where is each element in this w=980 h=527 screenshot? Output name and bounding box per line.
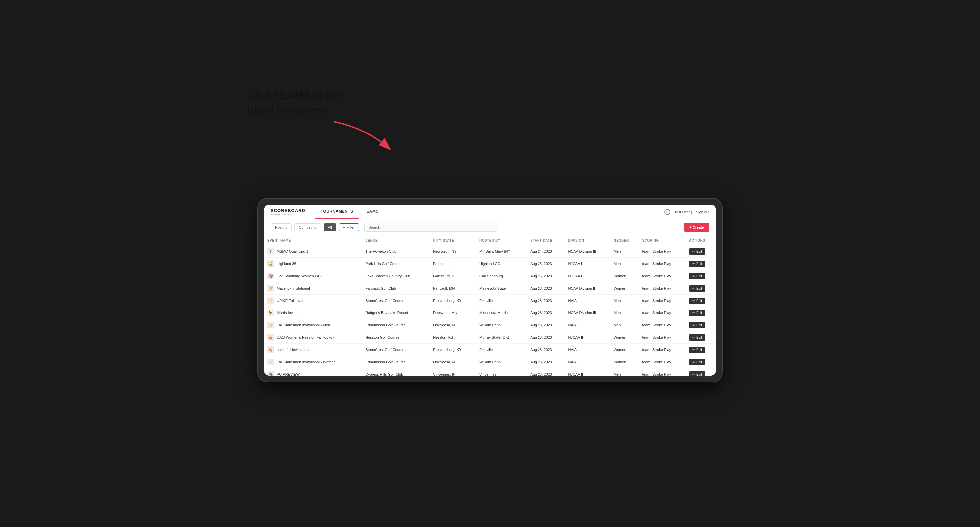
cell-gender: Men — [610, 307, 639, 319]
cell-scoring: team, Stroke Play — [639, 307, 685, 319]
tablet-frame: SCOREBOARD Powered by clippit TOURNAMENT… — [258, 198, 722, 382]
edit-label: Edit — [696, 274, 702, 278]
nav-link-teams[interactable]: TEAMS — [359, 205, 384, 219]
instruction-text: Click TEAMS at thetop of the screen. — [248, 89, 340, 116]
edit-button[interactable]: ✏ Edit — [689, 371, 705, 376]
cell-city-state: Prestonsburg, KY — [430, 295, 476, 307]
edit-label: Edit — [696, 336, 702, 340]
col-division: DIVISION — [565, 236, 610, 245]
table-row: 🏆 Maverick Invitational Faribault Golf C… — [264, 282, 716, 295]
edit-button[interactable]: ✏ Edit — [689, 322, 705, 329]
event-name-text: Fall Statesmen Invitational - Women — [277, 360, 335, 364]
cell-gender: Men — [610, 295, 639, 307]
cell-division: NCAA Division III — [565, 307, 610, 319]
edit-icon: ✏ — [692, 262, 695, 266]
event-icon: 🌿 — [267, 371, 274, 376]
edit-button[interactable]: ✏ Edit — [689, 359, 705, 365]
table-row: 🎪 2023 Women's Hesston Fall Kickoff Hess… — [264, 332, 716, 344]
logo-area: SCOREBOARD Powered by clippit — [271, 208, 305, 216]
event-icon: ⛳ — [267, 260, 274, 267]
cell-division: NCAA Division II — [565, 282, 610, 295]
all-button[interactable]: All — [324, 224, 336, 232]
cell-gender: Men — [610, 319, 639, 332]
search-input[interactable] — [364, 223, 497, 232]
logo-sub: Powered by clippit — [271, 213, 305, 216]
cell-city-state: Freeport, IL — [430, 258, 476, 270]
col-event-name: EVENT NAME — [264, 236, 362, 245]
filter-button[interactable]: ≡ Filter — [339, 224, 359, 232]
col-city-state: CITY, STATE — [430, 236, 476, 245]
cell-scoring: team, Stroke Play — [639, 319, 685, 332]
cell-actions: ✏ Edit — [686, 368, 716, 376]
col-venue: VENUE — [362, 236, 430, 245]
cell-city-state: Newburgh, NY — [430, 245, 476, 258]
col-actions: ACTIONS — [686, 236, 716, 245]
cell-gender: Men — [610, 368, 639, 376]
edit-button[interactable]: ✏ Edit — [689, 285, 705, 292]
event-icon: 🎯 — [267, 273, 274, 279]
edit-button[interactable]: ✏ Edit — [689, 248, 705, 255]
cell-actions: ✏ Edit — [686, 258, 716, 270]
table-row: 🏌 MSMC Qualifying 1 The Powelton Club Ne… — [264, 245, 716, 258]
cell-gender: Women — [610, 344, 639, 356]
cell-venue: Edmundson Golf Course — [362, 319, 430, 332]
edit-button[interactable]: ✏ Edit — [689, 347, 705, 353]
cell-actions: ✏ Edit — [686, 356, 716, 368]
cell-division: NAIA — [565, 319, 610, 332]
cell-scoring: team, Stroke Play — [639, 282, 685, 295]
cell-start-date: Aug 28, 2023 — [527, 356, 565, 368]
event-icon: 🎖 — [267, 359, 274, 365]
event-icon: 🏌 — [267, 248, 274, 255]
hosting-button[interactable]: Hosting — [271, 224, 292, 232]
cell-venue: Faribault Golf Club — [362, 282, 430, 295]
edit-icon: ✏ — [692, 250, 695, 253]
event-icon: 🦅 — [267, 310, 274, 316]
event-name-text: upike fall invitational — [277, 348, 309, 352]
edit-icon: ✏ — [692, 287, 695, 290]
cell-event-name: 🔥 upike fall invitational — [264, 344, 362, 356]
event-icon: 🏆 — [267, 285, 274, 292]
col-hosted-by: HOSTED BY — [476, 236, 527, 245]
user-label: Test User | — [675, 210, 692, 214]
edit-icon: ✏ — [692, 360, 695, 364]
table-container: EVENT NAME VENUE CITY, STATE HOSTED BY S… — [264, 236, 716, 376]
edit-button[interactable]: ✏ Edit — [689, 273, 705, 279]
edit-button[interactable]: ✏ Edit — [689, 298, 705, 304]
cell-city-state: Oskaloosa, IA — [430, 356, 476, 368]
edit-button[interactable]: ✏ Edit — [689, 261, 705, 267]
cell-start-date: Aug 24, 2023 — [527, 245, 565, 258]
cell-scoring: team, Stroke Play — [639, 332, 685, 344]
edit-icon: ✏ — [692, 373, 695, 376]
event-name-text: UPIKE Fall Invite — [277, 298, 304, 303]
cell-venue: Hesston Golf Course — [362, 332, 430, 344]
cell-start-date: Aug 28, 2023 — [527, 344, 565, 356]
edit-icon: ✏ — [692, 299, 695, 303]
cell-event-name: ⛳ Highland 36 — [264, 258, 362, 270]
sign-out-link[interactable]: Sign out — [696, 210, 709, 214]
col-scoring: SCORING — [639, 236, 685, 245]
nav-link-tournaments[interactable]: TOURNAMENTS — [315, 205, 359, 219]
edit-icon: ✏ — [692, 324, 695, 327]
edit-label: Edit — [696, 299, 702, 303]
cell-start-date: Aug 28, 2023 — [527, 282, 565, 295]
competing-button[interactable]: Competing — [294, 224, 321, 232]
cell-venue: Lake Bracken Country Club — [362, 270, 430, 282]
cell-city-state: Faribault, MN — [430, 282, 476, 295]
cell-venue: Ruttger's Bay Lake Resort — [362, 307, 430, 319]
create-button[interactable]: + Create — [684, 223, 709, 232]
edit-button[interactable]: ✏ Edit — [689, 310, 705, 316]
cell-scoring: team, Stroke Play — [639, 270, 685, 282]
table-row: 🎖 Fall Statesmen Invitational - Women Ed… — [264, 356, 716, 368]
cell-division: NJCAA II — [565, 332, 610, 344]
logo-text: SCOREBOARD — [271, 208, 305, 213]
cell-start-date: Aug 28, 2023 — [527, 295, 565, 307]
cell-hosted-by: William Penn — [476, 356, 527, 368]
table-row: 🔥 upike fall invitational StoneCrest Gol… — [264, 344, 716, 356]
cell-hosted-by: Carl Sandburg — [476, 270, 527, 282]
gear-icon[interactable]: ⚙ — [664, 209, 670, 215]
cell-venue: StoneCrest Golf Course — [362, 344, 430, 356]
cell-gender: Women — [610, 332, 639, 344]
edit-button[interactable]: ✏ Edit — [689, 334, 705, 341]
cell-actions: ✏ Edit — [686, 245, 716, 258]
table-header: EVENT NAME VENUE CITY, STATE HOSTED BY S… — [264, 236, 716, 245]
